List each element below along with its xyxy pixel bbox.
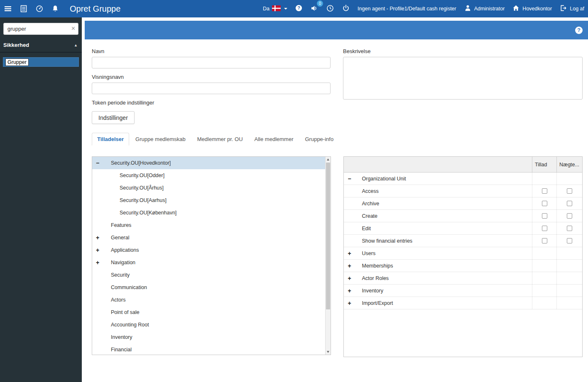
notifications-icon[interactable] [47,0,63,17]
expand-icon[interactable]: + [348,263,362,269]
collapse-icon[interactable]: − [96,160,111,166]
tab-tilladelser[interactable]: Tilladelser [92,133,129,146]
allow-checkbox[interactable] [542,188,547,194]
tree-item-point-of-sale[interactable]: Point of sale [92,306,325,319]
tab-medlemmer-pr-ou[interactable]: Medlemmer pr. OU [192,133,248,146]
logout-button[interactable]: Log af [556,0,588,17]
tree-scrollbar[interactable] [325,157,331,355]
tree-item-security-ou-københavn[interactable]: Security.OU[København] [92,207,325,219]
tree-item-label: Security.OU[Aarhus] [120,197,167,203]
sidebar-item-label: Grupper [5,58,29,66]
allow-cell [532,247,556,259]
tab-alle-medlemmer[interactable]: Alle medlemmer [249,133,299,146]
deny-checkbox[interactable] [567,213,572,219]
scroll-down-icon[interactable] [326,349,331,355]
sound-button[interactable]: 0 [306,0,322,17]
allow-checkbox[interactable] [542,213,547,219]
tab-gruppe-medlemskab[interactable]: Gruppe medlemskab [130,133,191,146]
sidebar-search: ✕ [3,23,78,35]
permission-row-organizational-unit[interactable]: −Organizational Unit [344,173,583,185]
tree-item-actors[interactable]: Actors [92,294,325,306]
permission-row-create: Create [344,210,583,222]
help-button[interactable]: ? [291,0,306,17]
permission-row-show-financial-entries: Show financial entries [344,235,583,247]
office-menu[interactable]: Hovedkontor [508,0,556,17]
name-input[interactable] [92,57,331,68]
permission-name-cell: Archive [344,197,532,209]
user-menu[interactable]: Administrator [460,0,509,17]
clock-button[interactable] [322,0,338,17]
clear-search-icon[interactable]: ✕ [71,25,76,32]
scroll-up-icon[interactable] [326,157,331,162]
permission-row-archive: Archive [344,197,583,210]
expand-icon[interactable]: + [96,234,111,241]
search-input[interactable] [3,23,78,35]
permission-row-actor-roles[interactable]: +Actor Roles [344,272,583,285]
tree-item-label: Inventory [111,334,132,340]
allow-cell [532,222,556,234]
expand-icon[interactable]: + [96,247,111,253]
permission-label: Organizational Unit [362,176,406,182]
tree-item-communication[interactable]: Communication [92,281,325,294]
expand-icon[interactable]: + [348,300,362,307]
tree-item-security-ou-århus[interactable]: Security.OU[Århus] [92,182,325,194]
expand-icon[interactable]: + [348,287,362,294]
tree-item-security-ou-hovedkontor[interactable]: −Security.OU[Hovedkontor] [92,157,325,169]
power-button[interactable] [338,0,354,17]
description-label: Beskrivelse [343,48,583,54]
tab-gruppe-info[interactable]: Gruppe-info [299,133,339,146]
tree-item-security-ou-odder[interactable]: Security.OU[Odder] [92,169,325,182]
language-selector[interactable]: Da [259,0,291,17]
permission-row-users[interactable]: +Users [344,247,583,260]
deny-cell [556,197,582,209]
permission-name-cell: Edit [344,222,532,234]
sidebar-section-security[interactable]: Sikkerhed ▲ [0,39,82,53]
deny-checkbox[interactable] [567,201,572,206]
danish-flag-icon [272,5,281,12]
tree-item-label: Security.OU[København] [120,210,176,216]
scroll-thumb[interactable] [326,163,330,309]
display-name-input[interactable] [92,83,331,94]
deny-checkbox[interactable] [567,238,572,243]
dashboard-icon[interactable] [32,0,47,17]
deny-checkbox[interactable] [567,226,572,231]
permission-row-memberships[interactable]: +Memberships [344,260,583,272]
sidebar-item-grupper[interactable]: Grupper [3,57,79,67]
settings-button[interactable]: Indstillinger [92,111,135,124]
help-icon: ? [295,4,303,13]
allow-checkbox[interactable] [542,201,547,206]
content-header: ? [85,21,588,39]
collapse-caret-icon: ▲ [74,43,78,47]
permission-label: Users [362,251,376,256]
tree-item-security[interactable]: Security [92,269,325,281]
tree-item-applications[interactable]: +Applications [92,244,325,256]
tree-item-label: Features [111,222,131,228]
journal-icon[interactable] [16,0,32,17]
permission-name-cell: +Memberships [344,260,532,272]
description-textarea[interactable] [343,57,583,100]
content-help-icon[interactable]: ? [575,27,583,34]
allow-checkbox[interactable] [542,238,547,243]
tree-item-navigation[interactable]: +Navigation [92,256,325,269]
allow-checkbox[interactable] [542,226,547,231]
expand-icon[interactable]: + [96,259,111,266]
permission-label: Actor Roles [362,275,389,281]
deny-checkbox[interactable] [567,188,572,194]
permission-label: Show financial entries [362,238,413,244]
allow-cell [532,285,556,297]
menu-icon[interactable] [0,0,16,17]
expand-icon[interactable]: + [348,250,362,257]
tabs: TilladelserGruppe medlemskabMedlemmer pr… [92,133,583,146]
tree-item-accounting-root[interactable]: Accounting Root [92,319,325,331]
permission-row-import-export[interactable]: +Import/Export [344,297,583,309]
tree-item-inventory[interactable]: Inventory [92,331,325,343]
expand-icon[interactable]: + [348,275,362,282]
permission-name-cell: +Import/Export [344,297,532,309]
tree-item-financial[interactable]: Financial [92,343,325,355]
tree-item-security-ou-aarhus[interactable]: Security.OU[Aarhus] [92,194,325,207]
tree-item-general[interactable]: +General [92,231,325,244]
permission-row-inventory[interactable]: +Inventory [344,285,583,297]
collapse-icon[interactable]: − [348,175,362,182]
tree-item-features[interactable]: Features [92,219,325,231]
agent-status[interactable]: Ingen agent - Profile1/Default cash regi… [354,0,460,17]
